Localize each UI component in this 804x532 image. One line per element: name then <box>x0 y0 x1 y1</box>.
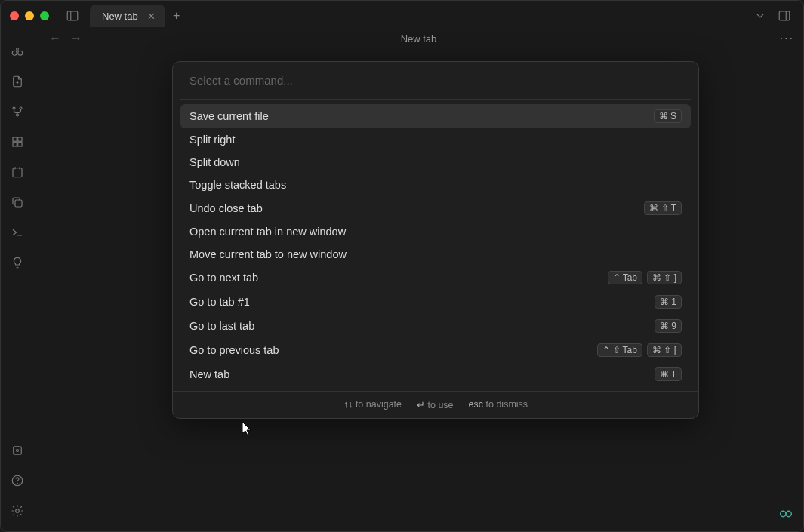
svg-rect-9 <box>13 137 17 141</box>
svg-point-20 <box>17 450 19 452</box>
shortcut-group: ⌃ Tab⌘ ⇧ ] <box>608 271 682 284</box>
terminal-icon[interactable] <box>8 223 27 242</box>
svg-rect-13 <box>13 168 22 177</box>
command-item[interactable]: New tab⌘ T <box>180 362 691 386</box>
shortcut-group: ⌘ 9 <box>655 319 682 333</box>
svg-point-25 <box>786 511 791 516</box>
copy-icon[interactable] <box>8 192 27 212</box>
command-label: Go to last tab <box>189 320 254 332</box>
command-item[interactable]: Go to previous tab⌃ ⇧ Tab⌘ ⇧ [ <box>180 338 691 362</box>
shortcut-key: ⌘ ⇧ ] <box>647 271 682 284</box>
shortcut-group: ⌘ S <box>654 109 682 123</box>
page-title: New tab <box>401 33 437 45</box>
svg-point-23 <box>16 509 20 513</box>
svg-point-5 <box>18 51 23 55</box>
file-plus-icon[interactable] <box>8 72 27 91</box>
svg-point-6 <box>13 107 15 109</box>
command-item[interactable]: Go to next tab⌃ Tab⌘ ⇧ ] <box>180 266 691 290</box>
svg-point-8 <box>17 114 19 116</box>
command-palette: Save current file⌘ SSplit rightSplit dow… <box>172 61 699 419</box>
calendar-icon[interactable] <box>8 162 27 182</box>
command-label: Split down <box>189 156 240 168</box>
svg-rect-0 <box>67 11 78 20</box>
command-input[interactable] <box>173 62 698 99</box>
hint-dismiss: esc to dismiss <box>469 399 528 411</box>
command-item[interactable]: Move current tab to new window <box>180 243 691 266</box>
shortcut-group: ⌘ ⇧ T <box>644 201 682 215</box>
svg-rect-17 <box>15 200 22 207</box>
command-item[interactable]: Save current file⌘ S <box>180 104 691 128</box>
tab-label: New tab <box>102 11 138 22</box>
traffic-lights <box>10 11 49 20</box>
svg-rect-10 <box>18 137 22 141</box>
sidebar <box>1 31 34 531</box>
shortcut-group: ⌘ T <box>655 367 682 381</box>
key-icon[interactable] <box>8 441 27 460</box>
window-maximize-button[interactable] <box>40 11 49 20</box>
palette-footer: ↑↓ to navigate ↵ to use esc to dismiss <box>173 391 698 418</box>
command-label: Undo close tab <box>189 202 263 214</box>
grid-icon[interactable] <box>8 132 27 152</box>
command-item[interactable]: Go to last tab⌘ 9 <box>180 314 691 338</box>
svg-rect-19 <box>14 447 22 455</box>
command-item[interactable]: Toggle stacked tabs <box>180 174 691 196</box>
shortcut-key: ⌃ ⇧ Tab <box>597 343 642 357</box>
command-label: New tab <box>189 368 229 380</box>
command-item[interactable]: Open current tab in new window <box>180 220 691 243</box>
command-label: Go to previous tab <box>189 344 279 356</box>
command-label: Split right <box>189 134 235 146</box>
command-item[interactable]: Go to tab #1⌘ 1 <box>180 290 691 314</box>
command-label: Toggle stacked tabs <box>189 179 286 191</box>
content-area: ← → New tab ··· Save current file⌘ SSpli… <box>34 31 803 531</box>
close-icon[interactable]: ✕ <box>146 10 158 22</box>
command-label: Go to next tab <box>189 272 258 284</box>
hint-use: ↵ to use <box>417 399 454 411</box>
panel-right-icon[interactable] <box>775 6 794 26</box>
command-label: Open current tab in new window <box>189 226 346 238</box>
shortcut-key: ⌘ ⇧ T <box>644 201 682 215</box>
svg-rect-12 <box>18 143 22 146</box>
svg-point-7 <box>20 107 22 109</box>
shortcut-key: ⌘ 1 <box>655 295 682 309</box>
command-label: Move current tab to new window <box>189 248 347 260</box>
shortcut-group: ⌘ 1 <box>655 295 682 309</box>
svg-point-22 <box>17 483 18 484</box>
shortcut-key: ⌘ 9 <box>655 319 682 333</box>
command-item[interactable]: Split down <box>180 151 691 174</box>
command-label: Go to tab #1 <box>189 296 250 308</box>
shortcut-key: ⌃ Tab <box>608 271 642 284</box>
svg-point-4 <box>12 51 17 55</box>
more-icon[interactable]: ··· <box>780 32 794 45</box>
svg-rect-11 <box>13 143 17 146</box>
titlebar: New tab ✕ + <box>1 1 803 31</box>
panel-left-icon[interactable] <box>63 6 82 26</box>
status-icon[interactable] <box>778 506 794 522</box>
command-list: Save current file⌘ SSplit rightSplit dow… <box>173 100 698 391</box>
window-minimize-button[interactable] <box>25 11 34 20</box>
shortcut-key: ⌘ T <box>655 367 682 381</box>
svg-rect-2 <box>779 11 790 20</box>
binoculars-icon[interactable] <box>8 42 27 61</box>
add-tab-button[interactable]: + <box>165 5 188 27</box>
command-item[interactable]: Split right <box>180 128 691 151</box>
svg-point-24 <box>781 511 786 516</box>
help-icon[interactable] <box>8 471 27 490</box>
shortcut-group: ⌃ ⇧ Tab⌘ ⇧ [ <box>597 343 682 357</box>
git-branch-icon[interactable] <box>8 102 27 121</box>
shortcut-key: ⌘ S <box>654 109 682 123</box>
tab-bar: New tab ✕ + <box>90 5 188 27</box>
window-close-button[interactable] <box>10 11 19 20</box>
nav-forward-button[interactable]: → <box>70 32 82 45</box>
command-label: Save current file <box>189 110 269 122</box>
nav-back-button[interactable]: ← <box>49 32 61 45</box>
chevron-down-icon[interactable] <box>750 6 770 26</box>
gear-icon[interactable] <box>8 501 27 521</box>
lightbulb-icon[interactable] <box>8 253 27 272</box>
command-item[interactable]: Undo close tab⌘ ⇧ T <box>180 196 691 220</box>
shortcut-key: ⌘ ⇧ [ <box>647 343 682 357</box>
tab-new-tab[interactable]: New tab ✕ <box>90 5 165 27</box>
hint-navigate: ↑↓ to navigate <box>343 399 402 411</box>
